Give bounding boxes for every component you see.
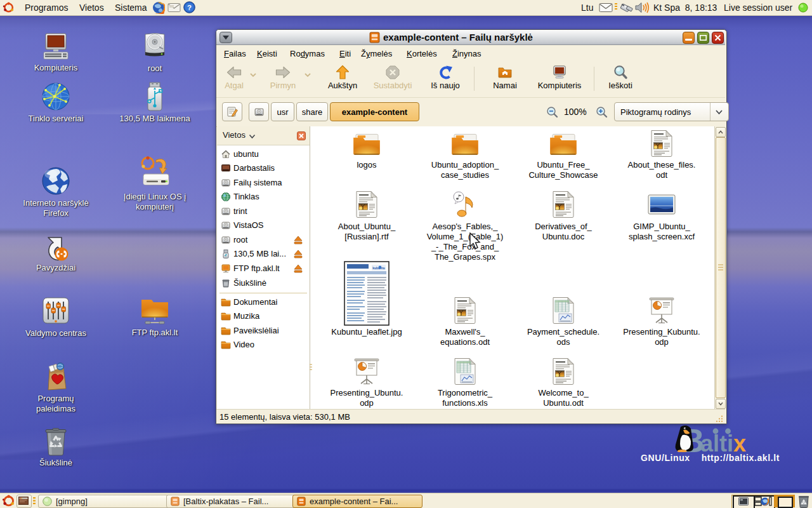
svg-text:?: ? xyxy=(187,4,192,11)
svg-text:GNU/Linux http://baltix.akl: GNU/Linux http://baltix.akl.lt xyxy=(641,453,780,463)
